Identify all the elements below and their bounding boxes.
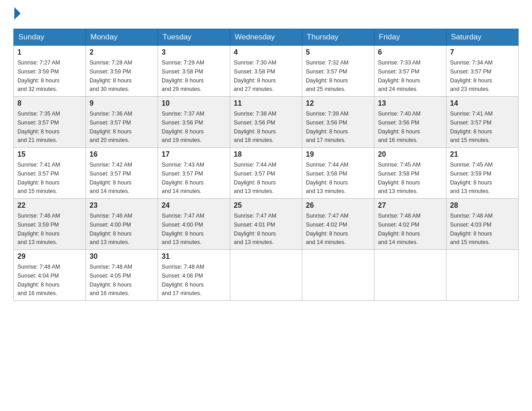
day-info: Sunrise: 7:47 AMSunset: 4:02 PMDaylight:… (306, 213, 348, 245)
day-number: 20 (378, 150, 442, 158)
day-number: 17 (162, 150, 226, 158)
calendar-cell: 28 Sunrise: 7:48 AMSunset: 4:03 PMDaylig… (446, 199, 519, 250)
day-number: 12 (306, 99, 370, 107)
day-number: 1 (17, 48, 82, 56)
day-info: Sunrise: 7:41 AMSunset: 3:57 PMDaylight:… (450, 111, 493, 143)
day-info: Sunrise: 7:29 AMSunset: 3:58 PMDaylight:… (162, 60, 204, 92)
day-number: 21 (450, 150, 515, 158)
day-info: Sunrise: 7:43 AMSunset: 3:57 PMDaylight:… (162, 162, 204, 194)
day-info: Sunrise: 7:37 AMSunset: 3:56 PMDaylight:… (162, 111, 204, 143)
calendar-cell: 8 Sunrise: 7:35 AMSunset: 3:57 PMDayligh… (14, 97, 86, 148)
calendar-header-sunday: Sunday (14, 29, 86, 46)
day-number: 27 (378, 201, 442, 210)
calendar-cell: 7 Sunrise: 7:34 AMSunset: 3:57 PMDayligh… (446, 46, 519, 97)
calendar-cell: 11 Sunrise: 7:38 AMSunset: 3:56 PMDaylig… (230, 97, 302, 148)
day-info: Sunrise: 7:34 AMSunset: 3:57 PMDaylight:… (450, 60, 493, 92)
calendar-cell: 5 Sunrise: 7:32 AMSunset: 3:57 PMDayligh… (302, 46, 374, 97)
day-number: 2 (90, 48, 154, 56)
day-number: 24 (162, 201, 226, 210)
calendar-cell: 23 Sunrise: 7:46 AMSunset: 4:00 PMDaylig… (86, 199, 158, 250)
day-info: Sunrise: 7:45 AMSunset: 3:59 PMDaylight:… (450, 162, 493, 194)
day-number: 13 (378, 99, 442, 107)
calendar-cell: 13 Sunrise: 7:40 AMSunset: 3:56 PMDaylig… (374, 97, 446, 148)
calendar-header-thursday: Thursday (302, 29, 374, 46)
day-info: Sunrise: 7:44 AMSunset: 3:57 PMDaylight:… (234, 162, 276, 194)
day-number: 5 (306, 48, 370, 56)
calendar-cell: 6 Sunrise: 7:33 AMSunset: 3:57 PMDayligh… (374, 46, 446, 97)
day-number: 11 (234, 99, 298, 107)
day-number: 18 (234, 150, 298, 158)
calendar-week-row: 15 Sunrise: 7:41 AMSunset: 3:57 PMDaylig… (14, 148, 519, 199)
calendar-cell: 29 Sunrise: 7:48 AMSunset: 4:04 PMDaylig… (14, 250, 86, 301)
calendar-week-row: 1 Sunrise: 7:27 AMSunset: 3:59 PMDayligh… (14, 46, 519, 97)
calendar-cell (446, 250, 519, 301)
day-info: Sunrise: 7:32 AMSunset: 3:57 PMDaylight:… (306, 60, 348, 92)
calendar-week-row: 29 Sunrise: 7:48 AMSunset: 4:04 PMDaylig… (14, 250, 519, 301)
day-number: 7 (450, 48, 515, 56)
calendar-week-row: 22 Sunrise: 7:46 AMSunset: 3:59 PMDaylig… (14, 199, 519, 250)
day-number: 30 (90, 253, 154, 261)
day-number: 29 (17, 253, 82, 261)
calendar-cell: 2 Sunrise: 7:28 AMSunset: 3:59 PMDayligh… (86, 46, 158, 97)
calendar-header-wednesday: Wednesday (230, 29, 302, 46)
calendar-cell: 12 Sunrise: 7:39 AMSunset: 3:56 PMDaylig… (302, 97, 374, 148)
day-info: Sunrise: 7:42 AMSunset: 3:57 PMDaylight:… (90, 162, 132, 194)
day-info: Sunrise: 7:40 AMSunset: 3:56 PMDaylight:… (378, 111, 420, 143)
calendar-cell: 24 Sunrise: 7:47 AMSunset: 4:00 PMDaylig… (158, 199, 230, 250)
day-info: Sunrise: 7:48 AMSunset: 4:05 PMDaylight:… (90, 264, 132, 296)
logo-arrow-icon (14, 7, 21, 20)
day-info: Sunrise: 7:46 AMSunset: 4:00 PMDaylight:… (90, 213, 132, 245)
calendar-cell: 21 Sunrise: 7:45 AMSunset: 3:59 PMDaylig… (446, 148, 519, 199)
calendar-table: SundayMondayTuesdayWednesdayThursdayFrid… (13, 29, 519, 301)
day-info: Sunrise: 7:48 AMSunset: 4:02 PMDaylight:… (378, 213, 420, 245)
calendar-cell: 17 Sunrise: 7:43 AMSunset: 3:57 PMDaylig… (158, 148, 230, 199)
calendar-cell: 19 Sunrise: 7:44 AMSunset: 3:58 PMDaylig… (302, 148, 374, 199)
day-number: 25 (234, 201, 298, 210)
day-number: 16 (90, 150, 154, 158)
day-info: Sunrise: 7:48 AMSunset: 4:03 PMDaylight:… (450, 213, 493, 245)
day-info: Sunrise: 7:44 AMSunset: 3:58 PMDaylight:… (306, 162, 348, 194)
day-info: Sunrise: 7:48 AMSunset: 4:06 PMDaylight:… (162, 264, 204, 296)
calendar-cell: 9 Sunrise: 7:36 AMSunset: 3:57 PMDayligh… (86, 97, 158, 148)
day-info: Sunrise: 7:41 AMSunset: 3:57 PMDaylight:… (17, 162, 60, 194)
calendar-cell: 31 Sunrise: 7:48 AMSunset: 4:06 PMDaylig… (158, 250, 230, 301)
day-number: 3 (162, 48, 226, 56)
day-info: Sunrise: 7:28 AMSunset: 3:59 PMDaylight:… (90, 60, 132, 92)
day-number: 6 (378, 48, 442, 56)
day-info: Sunrise: 7:30 AMSunset: 3:58 PMDaylight:… (234, 60, 276, 92)
calendar-cell: 16 Sunrise: 7:42 AMSunset: 3:57 PMDaylig… (86, 148, 158, 199)
day-info: Sunrise: 7:38 AMSunset: 3:56 PMDaylight:… (234, 111, 276, 143)
calendar-cell: 30 Sunrise: 7:48 AMSunset: 4:05 PMDaylig… (86, 250, 158, 301)
calendar-cell: 14 Sunrise: 7:41 AMSunset: 3:57 PMDaylig… (446, 97, 519, 148)
calendar-cell: 4 Sunrise: 7:30 AMSunset: 3:58 PMDayligh… (230, 46, 302, 97)
calendar-header-monday: Monday (86, 29, 158, 46)
calendar-header-tuesday: Tuesday (158, 29, 230, 46)
calendar-cell (302, 250, 374, 301)
calendar-header-row: SundayMondayTuesdayWednesdayThursdayFrid… (14, 29, 519, 46)
calendar-cell: 18 Sunrise: 7:44 AMSunset: 3:57 PMDaylig… (230, 148, 302, 199)
day-info: Sunrise: 7:48 AMSunset: 4:04 PMDaylight:… (17, 264, 60, 296)
day-info: Sunrise: 7:46 AMSunset: 3:59 PMDaylight:… (17, 213, 60, 245)
calendar-cell: 3 Sunrise: 7:29 AMSunset: 3:58 PMDayligh… (158, 46, 230, 97)
day-info: Sunrise: 7:39 AMSunset: 3:56 PMDaylight:… (306, 111, 348, 143)
calendar-cell (374, 250, 446, 301)
calendar-cell (230, 250, 302, 301)
day-number: 28 (450, 201, 515, 210)
day-number: 26 (306, 201, 370, 210)
day-number: 15 (17, 150, 82, 158)
day-number: 19 (306, 150, 370, 158)
day-number: 22 (17, 201, 82, 210)
calendar-cell: 22 Sunrise: 7:46 AMSunset: 3:59 PMDaylig… (14, 199, 86, 250)
day-number: 14 (450, 99, 515, 107)
day-number: 10 (162, 99, 226, 107)
day-info: Sunrise: 7:45 AMSunset: 3:58 PMDaylight:… (378, 162, 420, 194)
day-number: 9 (90, 99, 154, 107)
day-info: Sunrise: 7:35 AMSunset: 3:57 PMDaylight:… (17, 111, 60, 143)
day-info: Sunrise: 7:27 AMSunset: 3:59 PMDaylight:… (17, 60, 60, 92)
logo (13, 9, 21, 20)
calendar-cell: 27 Sunrise: 7:48 AMSunset: 4:02 PMDaylig… (374, 199, 446, 250)
calendar-cell: 15 Sunrise: 7:41 AMSunset: 3:57 PMDaylig… (14, 148, 86, 199)
calendar-cell: 25 Sunrise: 7:47 AMSunset: 4:01 PMDaylig… (230, 199, 302, 250)
page-header (13, 9, 519, 20)
day-info: Sunrise: 7:47 AMSunset: 4:00 PMDaylight:… (162, 213, 204, 245)
